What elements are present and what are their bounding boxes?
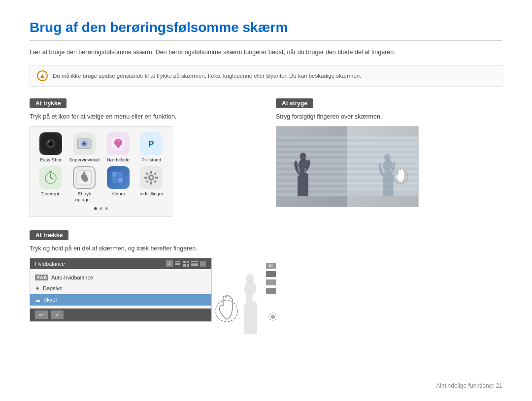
timeropt-icon xyxy=(39,166,62,189)
warning-box: ▲ Du må ikke bruge spidse genstande til … xyxy=(30,65,502,87)
warning-text: Du må ikke bruge spidse genstande til at… xyxy=(53,73,361,79)
naerbillede-label: Nærbillede xyxy=(107,157,130,162)
wb-bottom-bar: ↩ ✓ xyxy=(30,308,211,321)
wb-title: Hvidbalance xyxy=(35,261,65,267)
camera-grid: Easy Shot Supervidvinkel xyxy=(36,132,166,202)
at-traekke-title: At trække xyxy=(30,230,68,240)
camera-item-easy-shot[interactable]: Easy Shot xyxy=(36,132,65,162)
svg-text:P: P xyxy=(149,140,154,148)
wb-option-auto[interactable]: AWB Auto-hvidbalance xyxy=(30,272,211,283)
svg-rect-24 xyxy=(150,182,152,185)
camera-item-album[interactable]: Album xyxy=(103,166,133,202)
swipe-illustration xyxy=(276,126,419,207)
at-stryge-section: At stryge Stryg forsigtigt fingeren over… xyxy=(276,98,502,216)
svg-rect-14 xyxy=(49,171,52,173)
svg-rect-18 xyxy=(118,172,123,177)
dot-2 xyxy=(100,207,102,210)
wb-side-icons: ▮▯ xyxy=(266,263,276,294)
svg-line-66 xyxy=(275,313,276,314)
svg-rect-19 xyxy=(112,178,117,183)
timeropt-label: Timeropt. xyxy=(41,191,61,196)
camera-item-p-tilstand[interactable]: P P-tilstand xyxy=(137,132,166,162)
svg-point-55 xyxy=(384,154,391,160)
camera-item-indstillinger[interactable]: Indstillinger xyxy=(137,166,166,202)
drag-overlay: ▮▯ xyxy=(207,258,281,337)
at-traekke-desc: Tryk og hold på en del af skærmen, og tr… xyxy=(30,245,502,252)
camera-item-supervidvinkel[interactable]: Supervidvinkel xyxy=(69,132,100,162)
indstillinger-icon xyxy=(140,166,163,189)
at-trykke-title: At trykke xyxy=(30,98,66,108)
wb-options-list: AWB Auto-hvidbalance ☀ Dagslys ☁ Skyet xyxy=(30,269,211,308)
svg-rect-30 xyxy=(154,180,157,183)
wb-option-auto-label: Auto-hvidbalance xyxy=(51,275,93,280)
wb-side-icon-2 xyxy=(266,271,276,277)
svg-rect-25 xyxy=(144,177,147,179)
svg-rect-29 xyxy=(146,180,149,183)
camera-ui-box: Easy Shot Supervidvinkel xyxy=(30,126,172,216)
page-title: Brug af den berøringsfølsomme skærm xyxy=(30,20,502,41)
naerbillede-icon xyxy=(107,132,130,155)
wb-side-icon-3 xyxy=(266,279,276,285)
svg-point-43 xyxy=(300,153,306,159)
at-trykke-section: At trykke Tryk på et ikon for at vælge e… xyxy=(30,98,256,216)
et-tryk-label: Et trykoptage... xyxy=(75,191,94,202)
album-icon xyxy=(107,166,130,189)
easy-shot-label: Easy Shot xyxy=(40,157,61,162)
camera-item-et-tryk[interactable]: Et trykoptage... xyxy=(69,166,100,202)
at-stryge-title: At stryge xyxy=(276,98,313,108)
dot-3 xyxy=(105,207,108,210)
swipe-panel-left xyxy=(276,126,347,207)
camera-item-timeropt[interactable]: Timeropt. xyxy=(36,166,65,202)
wb-back-btn[interactable]: ↩ xyxy=(35,310,48,319)
dot-1 xyxy=(94,207,97,210)
p-tilstand-label: P-tilstand xyxy=(141,157,161,162)
wb-option-dagslys[interactable]: ☀ Dagslys xyxy=(30,283,211,294)
p-tilstand-icon: P xyxy=(140,132,163,155)
svg-point-7 xyxy=(83,143,85,145)
svg-rect-20 xyxy=(118,178,123,183)
wb-header-icons: 1 xyxy=(166,260,206,267)
svg-rect-23 xyxy=(150,171,152,174)
at-trykke-desc: Tryk på et ikon for at vælge en menu ell… xyxy=(30,113,256,120)
wb-ok-btn[interactable]: ✓ xyxy=(51,310,64,319)
wb-container: Hvidbalance 1 xyxy=(30,258,502,337)
wb-option-skyet-label: Skyet xyxy=(43,297,57,303)
wb-side-icon-1: ▮▯ xyxy=(266,263,276,269)
svg-line-65 xyxy=(275,319,276,320)
svg-rect-17 xyxy=(112,172,117,177)
at-traekke-section: At trække Tryk og hold på en del af skær… xyxy=(30,230,502,337)
svg-point-3 xyxy=(48,141,50,143)
wb-auto-icon: AWB xyxy=(35,275,48,280)
page-subtitle: Lær at bruge den berøringsfølsomme skærm… xyxy=(30,48,502,57)
page-footer: Almindelige funktioner 21 xyxy=(436,382,502,389)
svg-rect-27 xyxy=(146,172,149,175)
svg-point-57 xyxy=(246,274,254,283)
svg-point-59 xyxy=(271,315,275,319)
swipe-panel-right xyxy=(347,126,418,207)
indstillinger-label: Indstillinger xyxy=(139,191,163,196)
at-stryge-desc: Stryg forsigtigt fingeren over skærmen. xyxy=(276,113,502,120)
svg-line-64 xyxy=(270,313,271,314)
wb-icon-1: 1 xyxy=(166,260,173,267)
easy-shot-icon xyxy=(39,132,62,155)
et-tryk-icon xyxy=(73,166,96,189)
wb-option-dagslys-label: Dagslys xyxy=(43,285,62,291)
camera-item-naerbillede[interactable]: Nærbillede xyxy=(103,132,133,162)
warning-icon: ▲ xyxy=(37,70,48,81)
svg-rect-28 xyxy=(154,172,157,175)
svg-rect-26 xyxy=(155,177,158,179)
wb-dagslys-icon: ☀ xyxy=(35,285,40,292)
wb-header: Hvidbalance 1 xyxy=(30,258,211,269)
svg-point-22 xyxy=(150,176,153,179)
supervidvinkel-icon xyxy=(73,132,96,155)
svg-line-67 xyxy=(270,319,271,320)
supervidvinkel-label: Supervidvinkel xyxy=(69,157,100,162)
wb-side-icon-4 xyxy=(266,288,276,294)
pagination-dots xyxy=(36,207,166,210)
wb-box: Hvidbalance 1 xyxy=(30,258,212,322)
album-label: Album xyxy=(111,191,125,196)
wb-option-skyet[interactable]: ☁ Skyet xyxy=(30,294,211,306)
wb-skyet-icon: ☁ xyxy=(35,297,40,303)
